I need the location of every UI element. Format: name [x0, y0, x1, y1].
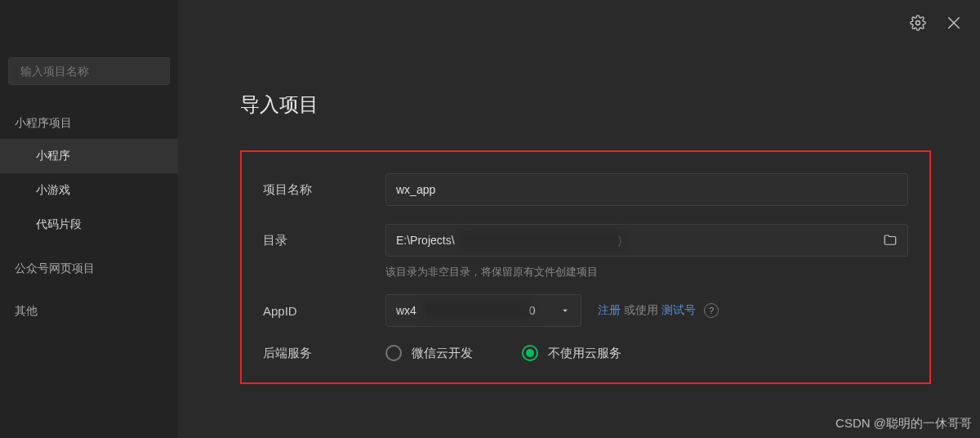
chevron-down-icon [559, 305, 571, 316]
project-name-input[interactable] [385, 173, 908, 206]
backend-option-none[interactable]: 不使用云服务 [522, 345, 621, 361]
folder-icon[interactable] [883, 233, 898, 248]
radio-icon [385, 345, 402, 361]
directory-hint: 该目录为非空目录，将保留原有文件创建项目 [385, 265, 908, 279]
appid-select[interactable]: wx4 0 [385, 294, 581, 327]
help-icon[interactable]: ? [704, 303, 719, 318]
directory-value-prefix: E:\Projects\ [396, 234, 455, 247]
backend-label: 后端服务 [263, 346, 385, 361]
svg-point-2 [916, 21, 920, 25]
sidebar: 小程序项目 小程序 小游戏 代码片段 公众号网页项目 其他 [0, 0, 178, 438]
appid-label: AppID [263, 304, 385, 318]
backend-option-label: 不使用云服务 [548, 346, 621, 361]
search-input-wrapper[interactable] [8, 57, 170, 85]
sidebar-section-heading: 公众号网页项目 [0, 253, 178, 284]
page-title: 导入项目 [240, 92, 931, 118]
directory-label: 目录 [263, 233, 385, 248]
main-panel: 导入项目 项目名称 目录 E:\Projects\ ) [178, 0, 980, 438]
sidebar-item-minigame[interactable]: 小游戏 [0, 173, 178, 208]
project-name-label: 项目名称 [263, 182, 385, 198]
radio-icon [522, 345, 538, 361]
sidebar-item-miniprogram[interactable]: 小程序 [0, 139, 178, 173]
search-input[interactable] [20, 65, 163, 78]
project-name-field[interactable] [396, 183, 898, 196]
appid-or-text: 或使用 [624, 303, 658, 318]
sidebar-section-heading: 小程序项目 [0, 108, 178, 139]
test-account-link[interactable]: 测试号 [662, 303, 696, 318]
register-link[interactable]: 注册 [598, 303, 621, 318]
gear-icon[interactable] [910, 15, 926, 31]
close-icon[interactable] [946, 15, 962, 31]
sidebar-item-snippet[interactable]: 代码片段 [0, 208, 178, 242]
sidebar-section-heading: 其他 [0, 296, 178, 327]
appid-prefix: wx4 [396, 304, 416, 317]
import-form: 项目名称 目录 E:\Projects\ ) [240, 150, 931, 384]
backend-option-cloud[interactable]: 微信云开发 [385, 345, 473, 361]
backend-option-label: 微信云开发 [412, 346, 473, 361]
watermark: CSDN @聪明的一休哥哥 [835, 416, 972, 431]
directory-input[interactable]: E:\Projects\ ) [385, 224, 908, 257]
